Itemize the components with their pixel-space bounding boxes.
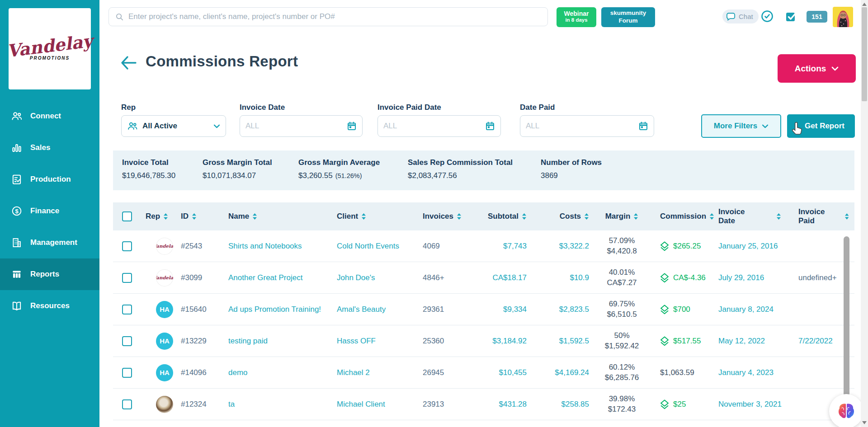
table-row: HA #14096 demo Michael 2 26945 $10,455 $… bbox=[113, 357, 854, 389]
header-rep[interactable]: Rep bbox=[141, 212, 177, 221]
project-name-link[interactable]: testing paid bbox=[228, 337, 268, 346]
costs-link[interactable]: $2,823.5 bbox=[559, 305, 589, 314]
costs-link[interactable]: $4,169.24 bbox=[555, 368, 589, 377]
costs-link[interactable]: $3,322.2 bbox=[559, 242, 589, 251]
sidebar-item-production[interactable]: Production bbox=[0, 164, 99, 195]
subtotal-link[interactable]: $431.28 bbox=[499, 400, 527, 409]
back-arrow-button[interactable] bbox=[120, 56, 137, 72]
more-filters-button[interactable]: More Filters bbox=[701, 114, 781, 138]
client-link[interactable]: Hasss OFF bbox=[337, 337, 376, 346]
mouse-cursor bbox=[791, 122, 803, 135]
select-all-checkbox[interactable] bbox=[122, 211, 132, 221]
date-paid-filter-label: Date Paid bbox=[520, 103, 555, 112]
global-search[interactable] bbox=[108, 7, 548, 26]
subtotal-link[interactable]: CA$18.17 bbox=[492, 273, 527, 282]
header-invoice-date[interactable]: Invoice Date bbox=[716, 207, 788, 226]
table-row: HA #13229 testing paid Hasss OFF 25360 $… bbox=[113, 325, 854, 357]
sidebar: Vandelay PROMOTIONS Connect Sales Produc… bbox=[0, 0, 99, 427]
header-costs[interactable]: Costs bbox=[535, 212, 594, 221]
sidebar-item-resources[interactable]: Resources bbox=[0, 290, 99, 322]
commissions-table: Rep ID Name Client Invoices Subtotal bbox=[113, 202, 854, 420]
chat-label: Chat bbox=[739, 13, 753, 20]
rep-avatar[interactable]: Vandelay bbox=[156, 238, 173, 255]
header-name[interactable]: Name bbox=[225, 212, 337, 221]
subtotal-link[interactable]: $10,455 bbox=[499, 368, 527, 377]
project-name-link[interactable]: ta bbox=[228, 400, 235, 409]
row-checkbox[interactable] bbox=[122, 305, 132, 314]
topbar: Webinar in 8 days skummunity Forum Chat … bbox=[99, 0, 861, 34]
invoice-paid-date-input[interactable] bbox=[377, 115, 501, 137]
row-checkbox[interactable] bbox=[122, 241, 132, 251]
project-name-link[interactable]: Shirts and Notebooks bbox=[228, 242, 302, 251]
invoice-paid-value[interactable]: 7/22/2022 bbox=[798, 337, 833, 346]
header-client[interactable]: Client bbox=[337, 212, 423, 221]
scroll-down-arrow[interactable] bbox=[862, 421, 867, 424]
scroll-up-arrow[interactable] bbox=[862, 3, 867, 6]
client-link[interactable]: Amal's Beauty bbox=[337, 305, 386, 314]
costs-link[interactable]: $258.85 bbox=[561, 400, 589, 409]
table-row: Vandelay #3099 Another Great Project Joh… bbox=[113, 262, 854, 294]
resources-icon bbox=[11, 300, 23, 312]
header-commission[interactable]: Commission bbox=[650, 212, 716, 221]
company-logo[interactable]: Vandelay PROMOTIONS bbox=[9, 8, 91, 89]
invoice-date-link[interactable]: July 29, 2016 bbox=[718, 273, 764, 282]
row-checkbox[interactable] bbox=[122, 368, 132, 378]
subtotal-link[interactable]: $3,184.92 bbox=[492, 337, 527, 346]
header-invoices[interactable]: Invoices bbox=[423, 212, 472, 221]
sidebar-item-sales[interactable]: Sales bbox=[0, 132, 99, 164]
project-name-link[interactable]: Ad ups Promotion Training! bbox=[228, 305, 321, 314]
user-avatar[interactable] bbox=[833, 7, 853, 27]
rep-avatar[interactable]: HA bbox=[156, 301, 173, 318]
invoice-date-link[interactable]: January 8, 2024 bbox=[718, 305, 774, 314]
sort-icon bbox=[776, 213, 781, 220]
subtotal-link[interactable]: $9,334 bbox=[503, 305, 527, 314]
sidebar-item-reports[interactable]: Reports bbox=[0, 258, 99, 290]
header-margin[interactable]: Margin bbox=[594, 212, 650, 221]
rep-avatar[interactable]: HA bbox=[156, 364, 173, 381]
subtotal-link[interactable]: $7,743 bbox=[503, 242, 527, 251]
invoice-date-link[interactable]: November 3, 2021 bbox=[718, 400, 782, 409]
circle-check-icon[interactable] bbox=[761, 10, 774, 24]
sidebar-item-finance[interactable]: Finance bbox=[0, 195, 99, 227]
sidebar-item-management[interactable]: Management bbox=[0, 227, 99, 258]
chat-button[interactable]: Chat bbox=[722, 9, 759, 23]
invoice-date-link[interactable]: January 4, 2023 bbox=[718, 368, 774, 377]
page-scrollbar[interactable] bbox=[861, 0, 868, 427]
date-paid-input[interactable] bbox=[520, 115, 654, 137]
notification-count-badge[interactable]: 151 bbox=[807, 11, 827, 23]
webinar-button[interactable]: Webinar in 8 days bbox=[557, 7, 596, 27]
project-name-link[interactable]: Another Great Project bbox=[228, 273, 302, 282]
rep-avatar[interactable] bbox=[156, 396, 173, 413]
invoice-date-input[interactable] bbox=[240, 115, 363, 137]
rep-avatar[interactable]: HA bbox=[156, 333, 173, 350]
costs-link[interactable]: $10.9 bbox=[570, 273, 589, 282]
summary-item: Gross Margin Total $10,071,834.07 bbox=[203, 158, 298, 190]
costs-link[interactable]: $1,592.5 bbox=[559, 337, 589, 346]
client-link[interactable]: John Doe's bbox=[337, 273, 375, 282]
search-input[interactable] bbox=[128, 12, 541, 21]
invoice-date-link[interactable]: January 25, 2016 bbox=[718, 242, 778, 251]
connect-icon bbox=[11, 110, 23, 122]
actions-button[interactable]: Actions bbox=[778, 54, 856, 83]
get-report-button[interactable]: Get Report bbox=[787, 114, 855, 138]
brain-extension-widget[interactable] bbox=[829, 394, 863, 427]
sidebar-item-connect[interactable]: Connect bbox=[0, 100, 99, 132]
client-link[interactable]: Cold North Events bbox=[337, 242, 399, 251]
header-subtotal[interactable]: Subtotal bbox=[472, 212, 535, 221]
row-checkbox[interactable] bbox=[122, 336, 132, 346]
row-checkbox[interactable] bbox=[122, 399, 132, 409]
scrollbar-thumb[interactable] bbox=[862, 7, 867, 101]
forum-button[interactable]: skummunity Forum bbox=[601, 7, 655, 27]
header-id[interactable]: ID bbox=[177, 212, 225, 221]
rep-dropdown[interactable]: All Active bbox=[121, 115, 226, 137]
tasks-check-icon[interactable] bbox=[785, 10, 797, 24]
project-name-link[interactable]: demo bbox=[228, 368, 248, 377]
header-invoice-paid[interactable]: Invoice Paid bbox=[788, 207, 849, 225]
user-avatar-image bbox=[833, 7, 853, 27]
client-link[interactable]: Michael 2 bbox=[337, 368, 370, 377]
client-link[interactable]: Michael Client bbox=[337, 400, 385, 409]
rep-avatar[interactable]: Vandelay bbox=[156, 269, 173, 286]
invoice-date-link[interactable]: May 12, 2022 bbox=[718, 337, 765, 346]
row-checkbox[interactable] bbox=[122, 273, 132, 283]
commission-diamond-icon bbox=[660, 336, 669, 346]
